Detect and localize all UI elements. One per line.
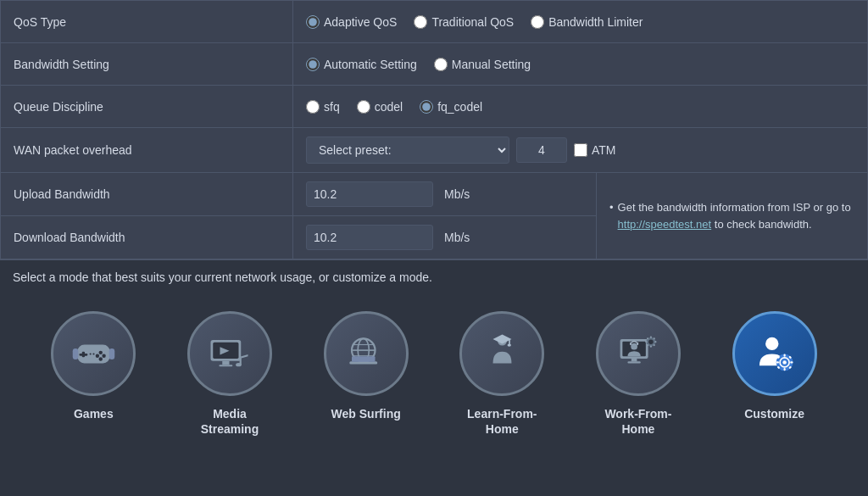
qos-adaptive-radio[interactable]: [306, 15, 320, 29]
bullet-dot: •: [609, 199, 614, 216]
wan-packet-overhead-row: WAN packet overhead Select preset: ATM: [1, 128, 867, 173]
upload-bandwidth-unit: Mb/s: [444, 187, 470, 201]
wan-preset-select[interactable]: Select preset:: [306, 137, 509, 164]
mode-web-surfing[interactable]: Web Surfing: [307, 311, 426, 421]
bandwidth-info-bullet: Get the bandwidth information from ISP o…: [618, 199, 854, 232]
wan-packet-overhead-content: Select preset: ATM: [293, 128, 867, 172]
svg-point-42: [647, 337, 648, 339]
automatic-setting-radio[interactable]: [306, 58, 320, 71]
bandwidth-inputs: Upload Bandwidth Mb/s Download Bandwidth…: [1, 173, 596, 259]
fq-codel-label: fq_codel: [437, 100, 482, 114]
svg-point-38: [650, 336, 652, 337]
speedtest-link[interactable]: http://speedtest.net: [618, 218, 712, 231]
modes-section: Games MediaStreaming: [0, 294, 868, 445]
qos-adaptive-label: Adaptive QoS: [324, 15, 397, 29]
queue-discipline-row: Queue Discipline sfq codel fq_codel: [1, 86, 867, 128]
mode-select-text: Select a mode that best suits your curre…: [0, 260, 868, 294]
upload-bandwidth-row: Upload Bandwidth Mb/s: [1, 173, 596, 216]
learn-from-home-label: Learn-From-Home: [467, 406, 537, 437]
qos-traditional-option[interactable]: Traditional QoS: [414, 15, 514, 29]
qos-type-label: QoS Type: [1, 1, 293, 42]
svg-point-28: [507, 343, 510, 346]
qos-type-radio-group: Adaptive QoS Traditional QoS Bandwidth L…: [306, 15, 643, 29]
svg-rect-34: [632, 359, 637, 361]
qos-bandwidth-limiter-label: Bandwidth Limiter: [548, 15, 643, 29]
work-from-home-icon: [615, 331, 661, 377]
svg-rect-14: [223, 360, 230, 364]
bandwidth-rows-section: Upload Bandwidth Mb/s Download Bandwidth…: [1, 173, 867, 259]
wan-overhead-input[interactable]: [516, 137, 567, 163]
qos-adaptive-option[interactable]: Adaptive QoS: [306, 15, 397, 29]
manual-setting-option[interactable]: Manual Setting: [434, 58, 531, 71]
qos-traditional-radio[interactable]: [414, 15, 427, 29]
svg-point-17: [236, 362, 242, 365]
codel-option[interactable]: codel: [357, 100, 403, 114]
sfq-option[interactable]: sfq: [306, 100, 340, 114]
mode-customize[interactable]: Customize: [715, 311, 834, 421]
mode-media-streaming[interactable]: MediaStreaming: [170, 311, 289, 437]
mode-games[interactable]: Games: [34, 311, 153, 421]
svg-point-39: [650, 345, 652, 347]
svg-rect-10: [108, 348, 114, 359]
svg-rect-32: [631, 342, 632, 344]
customize-label: Customize: [744, 406, 804, 421]
automatic-setting-option[interactable]: Automatic Setting: [306, 58, 417, 71]
download-bandwidth-unit: Mb/s: [444, 231, 470, 244]
bandwidth-info-text: • Get the bandwidth information from ISP…: [609, 199, 854, 232]
svg-rect-50: [784, 354, 786, 356]
learn-from-home-icon-circle: [459, 311, 544, 396]
queue-discipline-options: sfq codel fq_codel: [293, 92, 867, 122]
customize-icon: [751, 331, 798, 377]
web-surfing-icon: [342, 331, 389, 377]
svg-point-46: [765, 337, 778, 349]
bandwidth-setting-options: Automatic Setting Manual Setting: [293, 49, 867, 80]
qos-traditional-label: Traditional QoS: [431, 15, 514, 29]
svg-rect-51: [784, 368, 786, 371]
mode-learn-from-home[interactable]: Learn-From-Home: [442, 311, 561, 437]
svg-point-40: [646, 341, 648, 343]
codel-label: codel: [375, 100, 403, 114]
svg-point-37: [649, 339, 654, 344]
upload-bandwidth-content: Mb/s: [293, 173, 596, 215]
svg-point-44: [647, 343, 648, 345]
svg-point-6: [98, 357, 102, 360]
codel-radio[interactable]: [357, 100, 370, 114]
svg-rect-2: [79, 353, 87, 355]
fq-codel-radio[interactable]: [420, 100, 433, 114]
automatic-setting-label: Automatic Setting: [324, 58, 417, 71]
bandwidth-info-panel: • Get the bandwidth information from ISP…: [596, 173, 867, 259]
svg-point-8: [92, 353, 94, 354]
sfq-radio[interactable]: [306, 100, 320, 114]
svg-point-7: [89, 353, 91, 354]
download-bandwidth-input[interactable]: [306, 225, 433, 250]
atm-checkbox-container: ATM: [574, 143, 616, 157]
fq-codel-option[interactable]: fq_codel: [420, 100, 482, 114]
bandwidth-setting-label: Bandwidth Setting: [1, 43, 293, 85]
svg-point-31: [632, 343, 638, 349]
svg-point-4: [102, 354, 105, 357]
games-label: Games: [74, 406, 114, 421]
work-from-home-label: Work-From-Home: [604, 406, 671, 437]
media-streaming-icon-circle: [187, 311, 272, 396]
qos-bandwidth-limiter-radio[interactable]: [531, 15, 544, 29]
svg-point-49: [783, 360, 787, 364]
atm-checkbox[interactable]: [574, 143, 587, 157]
upload-bandwidth-input[interactable]: [306, 181, 433, 207]
wan-packet-overhead-label: WAN packet overhead: [1, 128, 293, 172]
queue-discipline-radio-group: sfq codel fq_codel: [306, 100, 482, 114]
web-surfing-icon-circle: [324, 311, 409, 396]
sfq-label: sfq: [324, 100, 340, 114]
svg-rect-9: [73, 348, 79, 359]
svg-point-5: [96, 354, 99, 357]
svg-rect-15: [220, 365, 233, 366]
manual-setting-radio[interactable]: [434, 58, 448, 71]
download-bandwidth-label: Download Bandwidth: [1, 216, 293, 259]
svg-rect-53: [790, 361, 793, 363]
qos-type-row: QoS Type Adaptive QoS Traditional QoS Ba…: [1, 1, 867, 43]
download-bandwidth-content: Mb/s: [293, 216, 596, 259]
qos-bandwidth-limiter-option[interactable]: Bandwidth Limiter: [531, 15, 643, 29]
qos-type-options: Adaptive QoS Traditional QoS Bandwidth L…: [293, 7, 867, 37]
upload-bandwidth-label: Upload Bandwidth: [1, 173, 293, 215]
mode-work-from-home[interactable]: Work-From-Home: [579, 311, 698, 437]
svg-rect-24: [352, 356, 376, 362]
